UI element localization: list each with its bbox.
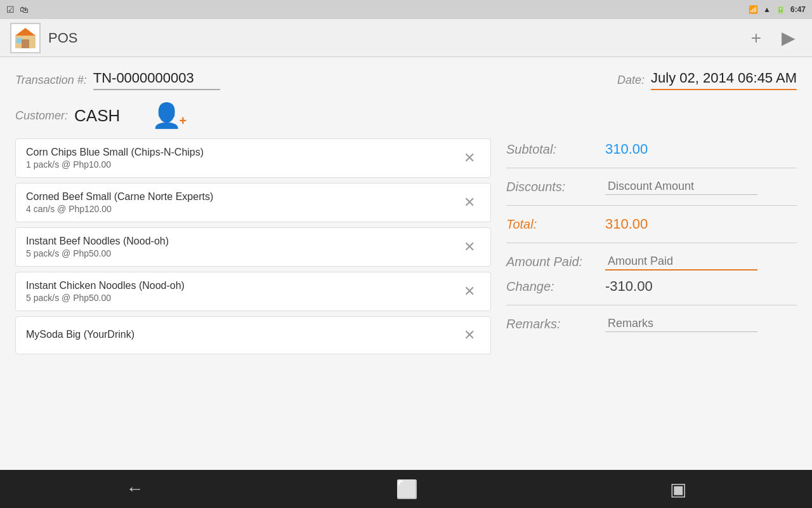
main-content: Transaction #: TN-0000000003 Date: July …	[0, 57, 812, 470]
list-item: Instant Beef Noodles (Nood-oh) 5 pack/s …	[15, 227, 491, 267]
change-value: -310.00	[605, 278, 653, 295]
date-group: Date: July 02, 2014 06:45 AM	[617, 70, 797, 90]
svg-rect-2	[22, 39, 29, 48]
body-row: Corn Chips Blue Small (Chips-N-Chips) 1 …	[15, 138, 797, 464]
subtotal-label: Subtotal:	[506, 142, 595, 157]
signal-icon: ▲	[763, 5, 771, 14]
date-value: July 02, 2014 06:45 AM	[651, 70, 797, 90]
subtotal-row: Subtotal: 310.00	[506, 141, 797, 157]
back-button[interactable]: ←	[114, 474, 157, 504]
transaction-group: Transaction #: TN-0000000003	[15, 70, 220, 90]
divider	[506, 168, 797, 168]
add-customer-button[interactable]: 👤 +	[152, 102, 181, 130]
list-item: MySoda Big (YourDrink) ✕	[15, 316, 491, 354]
remove-item-button[interactable]: ✕	[459, 324, 480, 346]
battery-icon: 🔋	[776, 5, 785, 14]
checkbox-icon: ☑	[6, 4, 15, 15]
header-row: Transaction #: TN-0000000003 Date: July …	[15, 70, 797, 90]
divider	[506, 243, 797, 243]
list-item: Corned Beef Small (Carne Norte Experts) …	[15, 183, 491, 222]
remarks-label: Remarks:	[506, 317, 595, 331]
item-name: MySoda Big (YourDrink)	[26, 329, 459, 340]
home-button[interactable]: ⬜	[383, 474, 431, 505]
time-display: 6:47	[790, 5, 806, 14]
total-value: 310.00	[605, 216, 648, 232]
item-name: Corned Beef Small (Carne Norte Experts)	[26, 191, 459, 203]
item-info: Corned Beef Small (Carne Norte Experts) …	[26, 191, 459, 214]
customer-row: Customer: CASH 👤 +	[15, 102, 797, 130]
remove-item-button[interactable]: ✕	[459, 192, 480, 213]
transaction-value: TN-0000000003	[93, 70, 220, 90]
bag-icon: 🛍	[20, 4, 29, 15]
discounts-row: Discounts:	[506, 178, 797, 195]
discounts-label: Discounts:	[506, 180, 595, 194]
change-row: Change: -310.00	[506, 278, 797, 295]
plus-icon: +	[180, 114, 187, 128]
subtotal-value: 310.00	[605, 141, 648, 157]
change-label: Change:	[506, 279, 595, 294]
item-detail: 1 pack/s @ Php10.00	[26, 159, 459, 170]
total-row: Total: 310.00	[506, 216, 797, 232]
customer-label: Customer:	[15, 109, 68, 123]
customer-value: CASH	[74, 106, 120, 126]
item-info: Instant Chicken Noodles (Nood-oh) 5 pack…	[26, 280, 459, 303]
send-button[interactable]: ▶	[775, 25, 802, 51]
remarks-row: Remarks:	[506, 316, 797, 332]
list-item: Corn Chips Blue Small (Chips-N-Chips) 1 …	[15, 138, 491, 178]
divider	[506, 305, 797, 305]
person-icon: 👤	[152, 102, 181, 129]
remarks-input[interactable]	[605, 316, 757, 332]
status-right-area: 📶 ▲ 🔋 6:47	[749, 5, 806, 14]
item-info: MySoda Big (YourDrink)	[26, 329, 459, 342]
remove-item-button[interactable]: ✕	[459, 147, 480, 169]
total-label: Total:	[506, 217, 595, 232]
bottom-nav: ← ⬜ ▣	[0, 470, 812, 508]
list-item: Instant Chicken Noodles (Nood-oh) 5 pack…	[15, 272, 491, 311]
remove-item-button[interactable]: ✕	[459, 236, 480, 258]
item-name: Instant Beef Noodles (Nood-oh)	[26, 236, 459, 247]
amount-paid-row: Amount Paid:	[506, 253, 797, 271]
recent-button[interactable]: ▣	[657, 474, 699, 505]
wifi-icon: 📶	[749, 5, 758, 14]
amount-paid-label: Amount Paid:	[506, 255, 595, 269]
item-name: Corn Chips Blue Small (Chips-N-Chips)	[26, 147, 459, 158]
item-list: Corn Chips Blue Small (Chips-N-Chips) 1 …	[15, 138, 491, 464]
discounts-input[interactable]	[605, 178, 757, 195]
date-label: Date:	[617, 74, 645, 87]
item-info: Corn Chips Blue Small (Chips-N-Chips) 1 …	[26, 147, 459, 170]
add-button[interactable]: +	[745, 25, 768, 51]
app-title: POS	[48, 30, 737, 46]
status-bar: ☑ 🛍 📶 ▲ 🔋 6:47	[0, 0, 812, 19]
amount-paid-input[interactable]	[605, 253, 757, 271]
remove-item-button[interactable]: ✕	[459, 281, 480, 302]
divider	[506, 205, 797, 206]
item-detail: 4 can/s @ Php120.00	[26, 204, 459, 214]
app-logo	[10, 23, 41, 53]
toolbar: POS + ▶	[0, 19, 812, 57]
item-detail: 5 pack/s @ Php50.00	[26, 293, 459, 303]
svg-rect-3	[16, 38, 22, 43]
status-left-icons: ☑ 🛍	[6, 4, 29, 15]
svg-marker-1	[15, 28, 36, 36]
item-info: Instant Beef Noodles (Nood-oh) 5 pack/s …	[26, 236, 459, 258]
totals-panel: Subtotal: 310.00 Discounts: Total: 310.0…	[506, 138, 797, 464]
item-detail: 5 pack/s @ Php50.00	[26, 248, 459, 258]
item-name: Instant Chicken Noodles (Nood-oh)	[26, 280, 459, 291]
transaction-label: Transaction #:	[15, 74, 87, 87]
